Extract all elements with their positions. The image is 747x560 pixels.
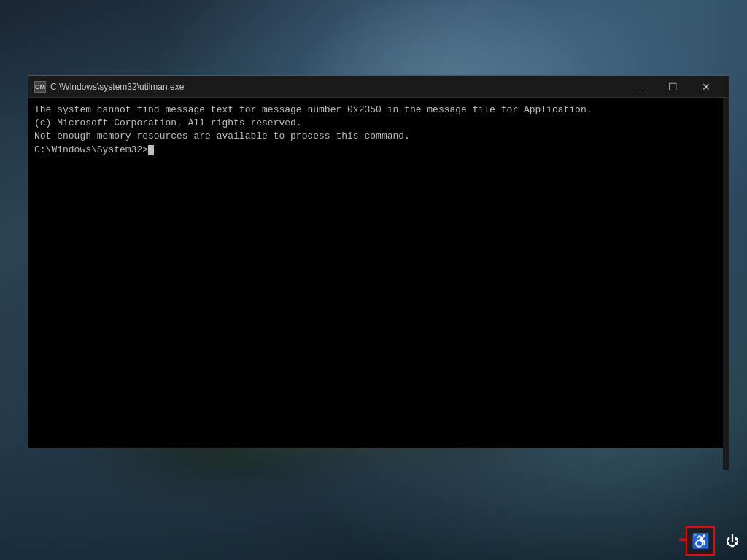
terminal-prompt-line: C:\Windows\System32> bbox=[34, 144, 723, 157]
power-button[interactable]: ⏻ bbox=[718, 526, 747, 556]
minimize-button[interactable]: — bbox=[622, 76, 656, 98]
terminal-line-4: Not enough memory resources are availabl… bbox=[34, 130, 723, 143]
window-controls: — ☐ ✕ bbox=[622, 76, 723, 98]
terminal-line-3: (c) Microsoft Corporation. All rights re… bbox=[34, 117, 723, 130]
cmd-app-icon: CM bbox=[34, 81, 46, 93]
cmd-window: CM C:\Windows\system32\utilman.exe — ☐ ✕… bbox=[28, 75, 729, 448]
close-button[interactable]: ✕ bbox=[689, 76, 723, 98]
accessibility-icon: ♿ bbox=[692, 532, 710, 550]
terminal-line-1: The system cannot find message text for … bbox=[34, 104, 723, 117]
accessibility-button[interactable]: ♿ bbox=[686, 526, 715, 556]
terminal-body[interactable]: The system cannot find message text for … bbox=[28, 98, 729, 448]
terminal-prompt: C:\Windows\System32> bbox=[34, 144, 148, 155]
maximize-button[interactable]: ☐ bbox=[656, 76, 689, 98]
cmd-title: C:\Windows\system32\utilman.exe bbox=[50, 82, 622, 92]
power-icon: ⏻ bbox=[726, 534, 739, 549]
terminal-scrollbar[interactable] bbox=[723, 98, 729, 470]
terminal-cursor bbox=[148, 145, 154, 155]
cmd-titlebar: CM C:\Windows\system32\utilman.exe — ☐ ✕ bbox=[28, 76, 729, 98]
